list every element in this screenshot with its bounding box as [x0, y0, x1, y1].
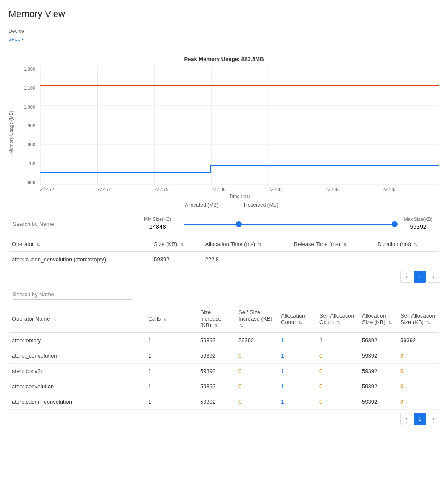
cell-self-size-increase: 0 [235, 394, 278, 410]
cell-alloc-count: 1 [278, 348, 316, 364]
max-size-input[interactable] [401, 222, 435, 231]
prev-page-2-button[interactable]: ‹ [400, 413, 412, 425]
table-row: aten::convolution 1 59392 0 1 0 59392 0 [9, 379, 439, 394]
cell-calls: 1 [145, 333, 197, 348]
col-self-size-increase[interactable]: Self Size Increase (KB) ⇅ [235, 305, 278, 333]
col-size-increase[interactable]: Size Increase (KB) ⇅ [197, 305, 235, 333]
col-operator[interactable]: Operator ⇅ [9, 237, 150, 252]
col-calls[interactable]: Calls ⇅ [145, 305, 197, 333]
chart-svg [40, 66, 439, 185]
cell-self-alloc-count: 0 [316, 394, 359, 410]
sort-icon: ⇅ [37, 242, 40, 247]
cell-self-alloc-size: 0 [397, 364, 439, 379]
operator-stats-table: Operator Name ⇅ Calls ⇅ Size Increase (K… [9, 305, 439, 410]
table2-pagination: ‹ 1 › [9, 413, 439, 425]
cell-self-alloc-size: 59392 [397, 333, 439, 348]
cell-size-increase: 59392 [197, 394, 235, 410]
range-thumb-min[interactable] [236, 221, 242, 227]
legend-reserved-line [229, 205, 241, 205]
cell-operator-name: aten::convolution [9, 379, 145, 394]
cell-alloc-count: 1 [278, 379, 316, 394]
sort-icon: ⇅ [427, 320, 430, 325]
y-tick: 700 [19, 161, 38, 166]
prev-page-button[interactable]: ‹ [400, 271, 412, 283]
y-tick: 1,000 [19, 104, 38, 110]
x-tick: 222.79 [154, 187, 169, 192]
chevron-down-icon: ▾ [22, 37, 24, 42]
sort-icon: ⇅ [337, 320, 340, 325]
sort-icon: ⇅ [180, 242, 184, 247]
chart-title: Peak Memory Usage: 883.5MB [9, 56, 439, 62]
y-axis-label: Memory Usage (MB) [9, 66, 17, 199]
filter-section-1: Min Size(KB) Max Size(KB) [9, 217, 439, 231]
page-1-button[interactable]: 1 [414, 271, 426, 283]
col-release-time[interactable]: Release Time (ms) ⇅ [290, 237, 374, 252]
legend-allocated-line [169, 205, 182, 205]
col-self-alloc-count[interactable]: Self Allocation Count ⇅ [316, 305, 359, 333]
table1-container: Operator ⇅ Size (KB) ⇅ Allocation Time (… [9, 237, 439, 283]
col-alloc-size[interactable]: Allocation Size (KB) ⇅ [359, 305, 397, 333]
min-size-input[interactable] [141, 222, 175, 231]
sort-icon: ⇅ [388, 320, 392, 325]
y-tick: 1,100 [19, 85, 38, 90]
device-label: Device [9, 28, 439, 34]
cell-self-size-increase: 59392 [235, 333, 278, 348]
cell-operator: aten::cudnn_convolution (aten::empty) [9, 252, 150, 267]
table-row: aten::cudnn_convolution 1 59392 0 1 0 59… [9, 394, 439, 410]
page-title: Memory View [9, 9, 439, 20]
cell-alloc-count: 1 [278, 394, 316, 410]
search-by-name-1-input[interactable] [13, 219, 132, 229]
sort-icon: ⇅ [240, 323, 243, 328]
device-selector[interactable]: GPU0 ▾ [9, 37, 24, 43]
col-self-alloc-size[interactable]: Self Allocation Size (KB) ⇅ [397, 305, 439, 333]
y-tick: 800 [19, 142, 38, 147]
cell-size-increase: 59392 [197, 333, 235, 348]
cell-calls: 1 [145, 348, 197, 364]
cell-alloc-count: 1 [278, 364, 316, 379]
cell-calls: 1 [145, 379, 197, 394]
sort-icon: ⇅ [53, 317, 56, 321]
memory-chart: Peak Memory Usage: 883.5MB Memory Usage … [9, 56, 439, 208]
col-operator-name[interactable]: Operator Name ⇅ [9, 305, 145, 333]
y-tick: 1,200 [19, 66, 38, 72]
col-size[interactable]: Size (KB) ⇅ [150, 237, 201, 252]
cell-duration [374, 252, 439, 267]
legend-reserved-label: Reserved (MB) [244, 202, 279, 208]
cell-size: 59392 [150, 252, 201, 267]
cell-alloc-size: 59392 [359, 364, 397, 379]
x-tick: 222.77 [40, 187, 55, 192]
cell-operator-name: aten::conv2d [9, 364, 145, 379]
cell-alloc-size: 59392 [359, 379, 397, 394]
col-alloc-time[interactable]: Allocation Time (ms) ⇅ [201, 237, 290, 252]
legend-reserved: Reserved (MB) [229, 202, 279, 208]
table1-body: aten::cudnn_convolution (aten::empty) 59… [9, 252, 439, 267]
sort-icon: ⇅ [164, 317, 167, 321]
min-size-group: Min Size(KB) [141, 217, 175, 231]
range-thumb-max[interactable] [392, 221, 398, 227]
cell-alloc-time: 222.8 [201, 252, 290, 267]
cell-operator-name: aten::cudnn_convolution [9, 394, 145, 410]
second-table-section: Operator Name ⇅ Calls ⇅ Size Increase (K… [9, 289, 439, 425]
sort-icon: ⇅ [414, 242, 417, 247]
x-axis-label: Time (ms) [40, 194, 439, 199]
page-1-2-button[interactable]: 1 [414, 413, 426, 425]
search-by-name-2-wrap [9, 289, 439, 300]
next-page-button[interactable]: › [428, 271, 439, 283]
y-tick: 600 [19, 180, 38, 185]
cell-self-alloc-size: 0 [397, 348, 439, 364]
cell-size-increase: 59392 [197, 379, 235, 394]
min-size-label: Min Size(KB) [144, 217, 171, 222]
cell-self-alloc-count: 0 [316, 379, 359, 394]
cell-operator-name: aten::empty [9, 333, 145, 348]
next-page-2-button[interactable]: › [428, 413, 439, 425]
col-duration[interactable]: Duration (ms) ⇅ [374, 237, 439, 252]
sort-icon: ⇅ [343, 242, 347, 247]
col-alloc-count[interactable]: Allocation Count ⇅ [278, 305, 316, 333]
cell-alloc-size: 59392 [359, 333, 397, 348]
y-tick: 900 [19, 123, 38, 128]
search-by-name-2-input[interactable] [13, 289, 132, 300]
cell-size-increase: 59392 [197, 364, 235, 379]
cell-alloc-count: 1 [278, 333, 316, 348]
max-size-group: Max Size(KB) [401, 217, 435, 231]
range-slider[interactable] [180, 224, 396, 225]
